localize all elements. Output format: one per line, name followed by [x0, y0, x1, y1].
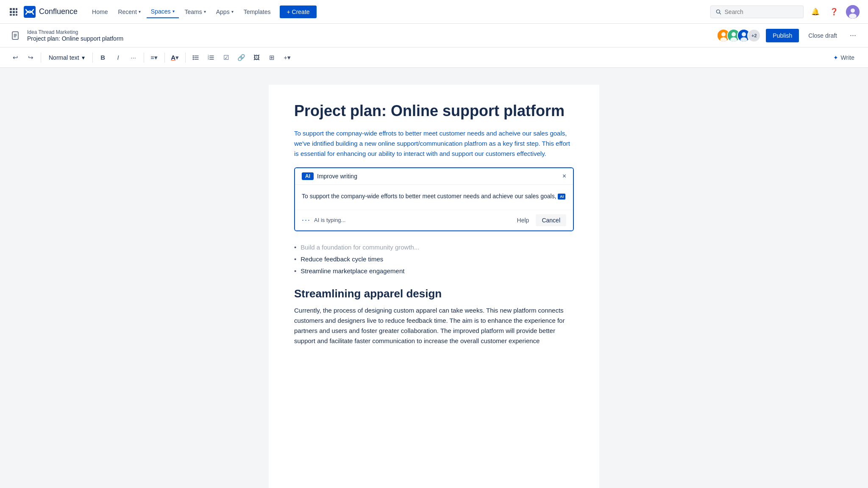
- breadcrumb-parent: Idea Thread Marketing: [27, 29, 123, 35]
- doc-header: Idea Thread Marketing Project plan: Onli…: [0, 24, 868, 47]
- svg-rect-9: [24, 6, 36, 18]
- list-item: Streamline marketplace engagement: [294, 265, 574, 277]
- ai-box-body: To support the company-wide efforts to b…: [295, 185, 573, 209]
- close-draft-button[interactable]: Close draft: [804, 29, 841, 42]
- search-icon: [716, 9, 721, 15]
- nav-apps[interactable]: Apps ▾: [212, 6, 238, 18]
- image-button[interactable]: 🖼: [250, 51, 264, 64]
- breadcrumb: Idea Thread Marketing Project plan: Onli…: [27, 29, 123, 42]
- toolbar-divider-5: [185, 53, 186, 63]
- ai-help-button[interactable]: Help: [514, 215, 533, 225]
- svg-rect-8: [16, 14, 17, 16]
- create-button[interactable]: + Create: [280, 6, 316, 18]
- text-style-label: Normal text: [49, 54, 79, 61]
- ai-box-header: AI Improve writing ×: [295, 168, 573, 185]
- numbered-list-button[interactable]: 1. 2. 3.: [204, 51, 218, 64]
- svg-point-20: [721, 32, 726, 36]
- svg-point-13: [851, 8, 855, 13]
- ai-typing-text: To support the company-wide efforts to b…: [302, 191, 566, 201]
- ai-tag-text: Improve writing: [317, 173, 357, 180]
- task-list-button[interactable]: ☑: [220, 51, 233, 64]
- collaborators-avatars: +2: [717, 29, 761, 42]
- redo-button[interactable]: ↪: [24, 51, 37, 64]
- nav-right: 🔔 ❓: [710, 5, 860, 19]
- help-button[interactable]: ❓: [827, 5, 841, 19]
- breadcrumb-title: Project plan: Online support platform: [27, 35, 123, 42]
- ai-badge: AI: [302, 172, 314, 180]
- nav-home[interactable]: Home: [88, 6, 112, 18]
- app-name: Confluence: [39, 7, 78, 16]
- search-input[interactable]: [725, 8, 798, 15]
- bullet-list-button[interactable]: [189, 51, 203, 64]
- undo-button[interactable]: ↩: [8, 51, 22, 64]
- svg-rect-6: [10, 14, 12, 16]
- nav-spaces[interactable]: Spaces ▾: [147, 6, 179, 18]
- ai-close-button[interactable]: ×: [562, 172, 566, 180]
- ai-dots: ···: [302, 216, 311, 225]
- italic-button[interactable]: I: [111, 51, 125, 64]
- doc-header-left: Idea Thread Marketing Project plan: Onli…: [8, 29, 717, 42]
- ai-status-text: AI is typing...: [314, 217, 510, 223]
- svg-point-30: [192, 57, 194, 58]
- page-icon: [8, 29, 22, 42]
- section2-body[interactable]: Currently, the process of designing cust…: [294, 305, 574, 346]
- align-button[interactable]: ≡▾: [147, 51, 161, 64]
- toolbar-right: ✦ Write: [828, 52, 860, 64]
- bold-button[interactable]: B: [96, 51, 110, 64]
- svg-rect-3: [10, 11, 12, 13]
- list-item: Build a foundation for community growth.…: [294, 241, 574, 253]
- svg-rect-2: [16, 8, 17, 10]
- write-button[interactable]: ✦ Write: [828, 52, 860, 64]
- text-color-button[interactable]: A▾: [168, 51, 182, 64]
- svg-text:3.: 3.: [208, 58, 209, 60]
- svg-rect-0: [10, 8, 12, 10]
- write-label: Write: [841, 54, 854, 61]
- doc-header-right: +2 Publish Close draft ···: [717, 29, 860, 42]
- nav-teams[interactable]: Teams ▾: [181, 6, 210, 18]
- ai-cursor: AI: [558, 194, 565, 200]
- apps-chevron-icon: ▾: [231, 9, 234, 14]
- table-button[interactable]: ⊞: [265, 51, 279, 64]
- recent-chevron-icon: ▾: [139, 9, 141, 14]
- teams-chevron-icon: ▾: [204, 9, 206, 14]
- list-item: Reduce feedback cycle times: [294, 253, 574, 265]
- grid-icon[interactable]: [8, 7, 19, 17]
- ai-box-footer: ··· AI is typing... Help Cancel: [295, 210, 573, 230]
- svg-point-14: [849, 14, 857, 19]
- section2-heading: Streamlining apparel design: [294, 287, 574, 300]
- svg-point-28: [192, 55, 194, 56]
- doc-intro-text[interactable]: To support the compnay-wide effrots to b…: [294, 128, 574, 159]
- main-wrapper: Project plan: Online support platform To…: [0, 68, 868, 488]
- user-avatar[interactable]: [846, 5, 860, 19]
- svg-point-26: [742, 32, 746, 36]
- publish-button[interactable]: Publish: [766, 29, 799, 42]
- svg-rect-1: [13, 8, 15, 10]
- bullet-list: Build a foundation for community growth.…: [294, 241, 574, 277]
- formatting-toolbar: ↩ ↪ Normal text ▾ B I ··· ≡▾ A▾ 1. 2. 3.: [0, 47, 868, 68]
- svg-point-23: [732, 32, 736, 36]
- svg-rect-4: [13, 11, 15, 13]
- editor-content: Project plan: Online support platform To…: [269, 85, 599, 488]
- toolbar-divider-1: [41, 53, 41, 63]
- svg-point-32: [192, 58, 194, 60]
- spaces-chevron-icon: ▾: [172, 9, 175, 14]
- insert-more-button[interactable]: +▾: [281, 51, 294, 64]
- nav-recent[interactable]: Recent ▾: [114, 6, 145, 18]
- link-button[interactable]: 🔗: [235, 51, 248, 64]
- notifications-button[interactable]: 🔔: [809, 5, 822, 19]
- text-style-dropdown[interactable]: Normal text ▾: [45, 53, 89, 63]
- app-logo[interactable]: Confluence: [24, 6, 78, 18]
- toolbar-divider-4: [164, 53, 165, 63]
- ai-improve-writing-box: AI Improve writing × To support the comp…: [294, 167, 574, 231]
- search-box[interactable]: [710, 6, 804, 18]
- svg-line-11: [719, 13, 721, 14]
- document-title[interactable]: Project plan: Online support platform: [294, 102, 574, 120]
- more-options-button[interactable]: ···: [846, 29, 860, 42]
- more-format-button[interactable]: ···: [127, 51, 140, 64]
- toolbar-divider-3: [144, 53, 144, 63]
- nav-templates[interactable]: Templates: [239, 6, 275, 18]
- nav-links: Home Recent ▾ Spaces ▾ Teams ▾ Apps ▾ Te…: [88, 6, 707, 18]
- ai-cancel-button[interactable]: Cancel: [536, 214, 566, 226]
- text-style-chevron-icon: ▾: [82, 54, 85, 61]
- collaborator-count: +2: [747, 29, 761, 42]
